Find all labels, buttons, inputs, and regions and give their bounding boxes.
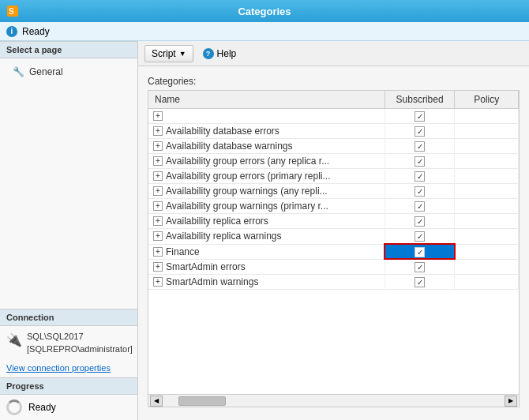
row-subscribed-cell[interactable] — [385, 139, 455, 154]
subscribed-checkbox[interactable] — [415, 156, 425, 167]
row-subscribed-cell[interactable] — [385, 154, 455, 169]
row-policy-cell — [455, 139, 519, 154]
row-subscribed-cell[interactable] — [385, 259, 455, 275]
expand-icon[interactable]: + — [153, 277, 163, 287]
row-policy-cell — [455, 259, 519, 275]
col-header-subscribed: Subscribed — [385, 91, 455, 109]
row-name-label: Availability database warnings — [166, 141, 293, 152]
scroll-right-arrow[interactable]: ▶ — [505, 396, 517, 407]
progress-status: Ready — [28, 402, 56, 413]
table-scroll-area[interactable]: Name Subscribed Policy ++Availability da… — [148, 91, 519, 394]
row-subscribed-cell[interactable] — [385, 199, 455, 214]
row-name-cell: +Availability replica errors — [148, 214, 385, 229]
subscribed-checkbox[interactable] — [415, 262, 425, 272]
expand-icon[interactable]: + — [153, 247, 163, 257]
progress-section: Progress Ready — [0, 377, 137, 420]
subscribed-checkbox[interactable] — [415, 231, 425, 242]
help-button[interactable]: ? Help — [197, 46, 243, 62]
row-subscribed-cell[interactable]: ✓ — [385, 244, 455, 259]
subscribed-checkbox[interactable] — [415, 186, 425, 197]
row-subscribed-cell[interactable] — [385, 184, 455, 199]
view-connection-properties-link[interactable]: View connection properties — [0, 360, 137, 377]
table-row[interactable]: +Availability group warnings (any repli.… — [148, 184, 519, 199]
row-name-cell: +Availability database errors — [148, 124, 385, 139]
table-row[interactable]: +SmartAdmin errors — [148, 259, 519, 275]
server-icon: 🔌 — [6, 332, 22, 347]
connection-info: 🔌 SQL\SQL2017 [SQLREPRO\administrator] — [0, 326, 137, 360]
row-name-label: Availability group warnings (any repli..… — [166, 186, 328, 197]
window-title: Categories — [238, 6, 291, 17]
subscribed-checkbox[interactable] — [415, 277, 425, 287]
table-row[interactable]: +Availability replica errors — [148, 214, 519, 229]
row-subscribed-cell[interactable] — [385, 109, 455, 124]
row-name-cell: +SmartAdmin errors — [148, 259, 385, 275]
row-name-cell: +Finance — [148, 244, 385, 259]
table-row[interactable]: +SmartAdmin warnings — [148, 275, 519, 290]
row-name-cell: +Availability group errors (primary repl… — [148, 169, 385, 184]
subscribed-checkbox[interactable] — [415, 111, 425, 122]
row-policy-cell — [455, 275, 519, 290]
connection-user: [SQLREPRO\administrator] — [27, 343, 133, 355]
expand-icon[interactable]: + — [153, 216, 163, 226]
subscribed-checkbox[interactable] — [415, 141, 425, 152]
row-policy-cell — [455, 184, 519, 199]
finance-checkbox[interactable]: ✓ — [415, 247, 425, 257]
expand-icon[interactable]: + — [153, 156, 163, 166]
row-subscribed-cell[interactable] — [385, 275, 455, 290]
table-row[interactable]: + — [148, 109, 519, 124]
scroll-thumb[interactable] — [178, 396, 226, 406]
expand-icon[interactable]: + — [153, 126, 163, 136]
row-name-label: Availability group warnings (primary r..… — [166, 201, 328, 212]
expand-icon[interactable]: + — [153, 201, 163, 211]
expand-icon[interactable]: + — [153, 141, 163, 151]
row-subscribed-cell[interactable] — [385, 214, 455, 229]
row-name-cell: +Availability group errors (any replica … — [148, 154, 385, 169]
sidebar: Select a page 🔧 General Connection 🔌 SQL… — [0, 41, 138, 420]
table-row[interactable]: +Availability database warnings — [148, 139, 519, 154]
expand-icon[interactable]: + — [153, 111, 163, 121]
row-policy-cell — [455, 154, 519, 169]
expand-icon[interactable]: + — [153, 231, 163, 241]
table-row[interactable]: +Finance✓ — [148, 244, 519, 259]
script-label: Script — [152, 48, 176, 59]
help-label: Help — [217, 48, 237, 59]
table-row[interactable]: +Availability group errors (any replica … — [148, 154, 519, 169]
expand-icon[interactable]: + — [153, 171, 163, 181]
row-name-cell: +SmartAdmin warnings — [148, 275, 385, 290]
table-row[interactable]: +Availability database errors — [148, 124, 519, 139]
horizontal-scrollbar[interactable]: ◀ ▶ — [148, 394, 519, 407]
table-area: Categories: Name Subscribed Policy ++Ava… — [138, 66, 529, 420]
row-name-label: Availability database errors — [166, 126, 280, 137]
script-button[interactable]: Script ▼ — [144, 45, 193, 62]
table-row[interactable]: +Availability group warnings (primary r.… — [148, 199, 519, 214]
info-bar: i Ready — [0, 22, 529, 41]
scroll-left-arrow[interactable]: ◀ — [150, 396, 163, 407]
row-subscribed-cell[interactable] — [385, 124, 455, 139]
sidebar-item-general[interactable]: 🔧 General — [0, 63, 137, 81]
row-policy-cell — [455, 214, 519, 229]
row-name-label: Availability group errors (any replica r… — [166, 156, 329, 167]
expand-icon[interactable]: + — [153, 262, 163, 272]
title-bar: S Categories — [0, 0, 529, 22]
subscribed-checkbox[interactable] — [415, 201, 425, 212]
subscribed-checkbox[interactable] — [415, 126, 425, 137]
progress-title: Progress — [0, 377, 137, 395]
wrench-icon: 🔧 — [13, 66, 24, 77]
row-subscribed-cell[interactable] — [385, 169, 455, 184]
sidebar-item-general-label: General — [29, 66, 63, 77]
table-section-label: Categories: — [148, 76, 520, 87]
row-name-cell: +Availability database warnings — [148, 139, 385, 154]
row-subscribed-cell[interactable] — [385, 229, 455, 245]
row-name-cell: +Availability group warnings (primary r.… — [148, 199, 385, 214]
progress-spinner — [6, 399, 22, 415]
categories-table: Name Subscribed Policy ++Availability da… — [148, 91, 519, 290]
subscribed-checkbox[interactable] — [415, 216, 425, 227]
row-policy-cell — [455, 199, 519, 214]
table-row[interactable]: +Availability replica warnings — [148, 229, 519, 245]
expand-icon[interactable]: + — [153, 186, 163, 196]
table-row[interactable]: +Availability group errors (primary repl… — [148, 169, 519, 184]
svg-text:S: S — [9, 7, 14, 16]
subscribed-checkbox[interactable] — [415, 171, 425, 182]
row-policy-cell — [455, 229, 519, 245]
select-page-title: Select a page — [0, 41, 137, 58]
